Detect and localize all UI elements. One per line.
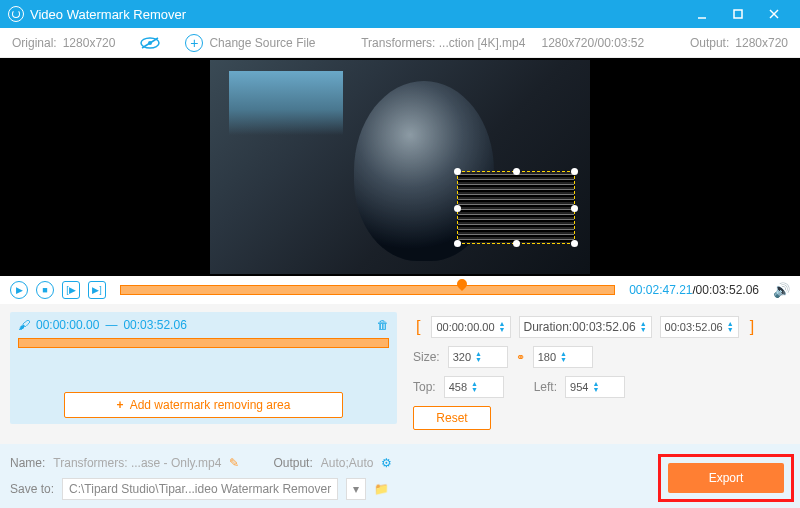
output-fmt-label: Output: <box>273 456 312 470</box>
area-list-panel: 🖌 00:00:00.00 — 00:03:52.06 🗑 + Add wate… <box>10 312 397 424</box>
stop-button[interactable]: ■ <box>36 281 54 299</box>
name-value: Transformers: ...ase - Only.mp4 <box>53 456 221 470</box>
top-input[interactable]: 458▲▼ <box>444 376 504 398</box>
preview-toggle-icon[interactable] <box>127 36 173 50</box>
add-area-label: Add watermark removing area <box>130 398 291 412</box>
output-settings-icon[interactable]: ⚙ <box>381 456 392 470</box>
top-label: Top: <box>413 380 436 394</box>
file-info: 1280x720/00:03:52 <box>541 36 644 50</box>
bottom-bar: Name: Transformers: ...ase - Only.mp4 ✎ … <box>0 444 800 508</box>
area-range-bar[interactable] <box>18 338 389 348</box>
height-input[interactable]: 180▲▼ <box>533 346 593 368</box>
bracket-open-icon[interactable]: [ <box>413 318 423 336</box>
play-button[interactable]: ▶ <box>10 281 28 299</box>
left-label: Left: <box>534 380 557 394</box>
plus-icon: + <box>185 34 203 52</box>
add-area-button[interactable]: + Add watermark removing area <box>64 392 343 418</box>
watermark-blur <box>458 172 574 243</box>
playback-controls: ▶ ■ [▶ ▶] 00:02:47.21/00:03:52.06 🔊 <box>0 276 800 304</box>
duration-input[interactable]: Duration:00:03:52.06▲▼ <box>519 316 652 338</box>
end-time-input[interactable]: 00:03:52.06▲▼ <box>660 316 739 338</box>
settings-panels: 🖌 00:00:00.00 — 00:03:52.06 🗑 + Add wate… <box>0 304 800 424</box>
delete-area-icon[interactable]: 🗑 <box>377 318 389 332</box>
reset-button[interactable]: Reset <box>413 406 491 430</box>
left-input[interactable]: 954▲▼ <box>565 376 625 398</box>
change-source-button[interactable]: + Change Source File <box>173 34 327 52</box>
range-separator: — <box>105 318 117 332</box>
original-label: Original: <box>12 36 57 50</box>
selection-box[interactable] <box>457 171 575 244</box>
bracket-close-icon[interactable]: ] <box>747 318 757 336</box>
original-resolution: 1280x720 <box>63 36 116 50</box>
titlebar: Video Watermark Remover <box>0 0 800 28</box>
app-title: Video Watermark Remover <box>30 7 684 22</box>
toolbar: Original: 1280x720 + Change Source File … <box>0 28 800 58</box>
start-time-input[interactable]: 00:00:00.00▲▼ <box>431 316 510 338</box>
save-to-label: Save to: <box>10 482 54 496</box>
mark-out-button[interactable]: ▶] <box>88 281 106 299</box>
save-path-input[interactable]: C:\Tipard Studio\Tipar...ideo Watermark … <box>62 478 338 500</box>
size-label: Size: <box>413 350 440 364</box>
width-input[interactable]: 320▲▼ <box>448 346 508 368</box>
minimize-button[interactable] <box>684 0 720 28</box>
area-properties-panel: [ 00:00:00.00▲▼ Duration:00:03:52.06▲▼ 0… <box>407 312 790 424</box>
close-button[interactable] <box>756 0 792 28</box>
video-preview[interactable] <box>0 58 800 276</box>
brush-icon: 🖌 <box>18 318 30 332</box>
video-frame <box>210 60 590 274</box>
app-icon <box>8 6 24 22</box>
aspect-lock-icon[interactable]: ⚭ <box>516 351 525 364</box>
name-label: Name: <box>10 456 45 470</box>
save-path-dropdown[interactable]: ▾ <box>346 478 366 500</box>
file-name: Transformers: ...ction [4K].mp4 <box>361 36 525 50</box>
export-highlight: Export <box>658 454 794 502</box>
export-button[interactable]: Export <box>668 463 784 493</box>
svg-rect-1 <box>734 10 742 18</box>
volume-icon[interactable]: 🔊 <box>773 282 790 298</box>
maximize-button[interactable] <box>720 0 756 28</box>
range-start: 00:00:00.00 <box>36 318 99 332</box>
timeline-slider[interactable] <box>120 284 615 296</box>
range-end: 00:03:52.06 <box>123 318 186 332</box>
output-label: Output: <box>690 36 729 50</box>
edit-name-icon[interactable]: ✎ <box>229 456 239 470</box>
output-resolution: 1280x720 <box>735 36 788 50</box>
mark-in-button[interactable]: [▶ <box>62 281 80 299</box>
time-display: 00:02:47.21/00:03:52.06 <box>629 283 759 297</box>
open-folder-icon[interactable]: 📁 <box>374 482 389 496</box>
change-source-label: Change Source File <box>209 36 315 50</box>
output-fmt-value: Auto;Auto <box>321 456 374 470</box>
